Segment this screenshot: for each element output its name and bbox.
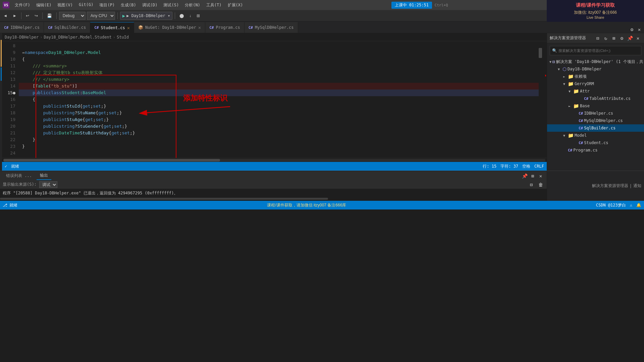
code-line-14: [Table("tb_stu")] [19,83,539,89]
tree-deps[interactable]: ► 📁 依赖项 [547,73,644,80]
breakpoint-button[interactable]: ⬤ [177,11,186,20]
step-button[interactable]: ↓ [187,11,193,20]
tree-tableattr-label: TableAttribute.cs [589,96,631,101]
scroll-thumb-v[interactable] [539,48,542,58]
output-scroll-h[interactable] [0,197,547,201]
panel-collapse-icon[interactable]: ⊟ [594,35,601,42]
line17-set: set [93,103,101,110]
menu-view[interactable]: 视图(V) [55,2,75,9]
output-wrap-icon[interactable]: ⊟ [528,181,535,188]
platform-dropdown[interactable]: Any CPU x64 [87,12,115,20]
run-group[interactable]: ▶ ▶ Day18-DBHelper ▾ [120,12,172,20]
tab-nuget[interactable]: 📦 NuGet: Day18-DBHelper ✕ [134,22,205,33]
line20-brace2: } [124,123,127,130]
status-ready: 就绪 [9,202,17,208]
tree-gerryorm[interactable]: ▼ 📁 GerryORM [547,80,644,87]
panel-settings-icon[interactable]: ⚙ [619,35,625,42]
vertical-scrollbar[interactable] [539,41,542,158]
code-editor: 8 9 10 11 12 13 14 15● 16 17 18 19 20 21… [2,41,547,158]
tree-mysqldbhelper[interactable]: C# MySqlDBHelper.cs [547,117,644,124]
breadcrumb-root[interactable]: Day18-DBHelper [5,35,39,40]
undo-button[interactable]: ↩ [24,11,31,20]
menu-edit[interactable]: 编辑(E) [34,2,54,9]
line14-attr: Table [35,83,48,89]
output-pin-icon[interactable]: 📌 [521,173,528,179]
output-expand-icon[interactable]: ⊞ [529,173,536,179]
menu-project[interactable]: 项目(P) [97,2,117,9]
tree-base[interactable]: ► 📁 Base [547,102,644,110]
menu-debug[interactable]: 调试(D) [140,2,160,9]
search-input[interactable] [558,49,639,53]
ln-11: 11 [2,63,19,69]
tab-output[interactable]: 输出 [37,172,51,180]
tab-errors[interactable]: 错误列表 ... [3,172,35,180]
nav-toolbar-button[interactable]: ⊞ [195,11,202,20]
output-clear-icon[interactable]: 🗑 [537,181,544,188]
menu-build[interactable]: 生成(B) [118,2,139,9]
output-source-select[interactable]: 调试 [39,181,57,188]
line17-brace1: { [80,103,83,110]
menu-git[interactable]: Git(G) [76,2,96,9]
tree-student[interactable]: C# Student.cs [547,139,644,146]
menu-test[interactable]: 测试(S) [161,2,181,9]
code-line-24 [19,150,539,157]
tree-model[interactable]: ▼ 📁 Model [547,132,644,139]
tab-idbhelper[interactable]: C# IDBHelper.cs [0,22,44,33]
notification-label1: 解决方案资源管理器 [592,183,628,189]
line10-brace: { [22,56,25,63]
shortcut-hint: Ctrl+Q [435,3,448,7]
tree-arrow-base[interactable]: ► [567,104,572,108]
breadcrumb-member[interactable]: StuId [117,35,129,40]
panel-close-icon[interactable]: ✕ [635,35,641,42]
tab-sqlbuilder[interactable]: C# SqlBuilder.cs [44,22,90,33]
tree-attr[interactable]: ▼ 📁 Attr [547,87,644,95]
line21-brace1: { [109,130,111,136]
tree-programcs[interactable]: C# Program.cs [547,146,644,154]
folder-icon-deps: 📁 [568,74,574,79]
scroll-h-track[interactable] [3,159,545,162]
tree-arrow-gerryorm[interactable]: ▼ [561,82,567,86]
tab-close-icon[interactable]: ✕ [198,25,201,30]
tree-project[interactable]: ▼ ⬡ Day18-DBHelper [547,65,644,73]
menu-extensions[interactable]: 扩展(X) [225,2,246,9]
breadcrumb-namespace[interactable]: Day18_DBHelper.Model.Student [44,35,111,40]
edu-title: 课程/课件学习获取 [576,2,615,8]
edu-subtitle: 加微信: itzy007 备注666 [574,10,617,15]
tab-label: SqlBuilder.cs [54,25,86,30]
tree-arrow-solution[interactable]: ▼ [549,60,551,64]
panel-search-box[interactable]: 🔍 [550,46,641,55]
scroll-h-thumb[interactable] [3,159,220,162]
save-button[interactable]: 💾 [45,11,54,20]
tab-student[interactable]: C# Student.cs ✕ [90,22,134,33]
tree-arrow-deps[interactable]: ► [561,75,567,78]
panel-pin-icon[interactable]: 📌 [627,35,633,42]
tab-program[interactable]: C# Program.cs [205,22,245,33]
output-close-icon[interactable]: ✕ [537,173,544,179]
code-line-23: } [19,143,539,150]
tab-close-icon[interactable]: ✕ [127,25,130,31]
tree-idbhelper[interactable]: C# IDBHelper.cs [547,110,644,117]
panel-filter-icon[interactable]: ⊞ [610,35,617,42]
redo-button[interactable]: ↪ [33,11,40,20]
menu-analyze[interactable]: 分析(N) [182,2,203,9]
forward-button[interactable]: ► [11,11,19,20]
tree-sqlbuilder[interactable]: C# SqlBuilder.cs [547,124,644,132]
tab-config-icon[interactable]: ⚙ [629,26,635,33]
tree-arrow-project[interactable]: ▼ [556,67,561,71]
debug-config-dropdown[interactable]: Debug Release [59,12,86,20]
back-button[interactable]: ◄ [1,11,9,20]
tree-arrow-attr[interactable]: ▼ [567,89,572,93]
menu-file[interactable]: 文件(F) [12,2,33,9]
tab-mysqldbhelper[interactable]: C# MySqlDBHelper.cs [245,22,298,33]
live-share-text[interactable]: Live Share [587,15,604,19]
tab-close-icon[interactable]: ✕ [636,26,643,33]
tree-tableattribute[interactable]: ► C# TableAttribute.cs [547,95,644,102]
tree-base-label: Base [580,104,590,108]
tree-arrow-model[interactable]: ▼ [561,134,567,137]
panel-refresh-icon[interactable]: ↻ [602,35,609,42]
output-scroll-thumb[interactable] [0,198,328,200]
tree-solution-root[interactable]: ▼ ⊟ 解决方案 'Day18-DBHelper' (1 个项目，共 1 [547,58,644,65]
menu-tools[interactable]: 工具(T) [204,2,224,9]
code-content[interactable]: =namespace Day18_DBHelper.Model { /// <s… [19,41,539,158]
horizontal-scrollbar[interactable] [2,158,547,162]
